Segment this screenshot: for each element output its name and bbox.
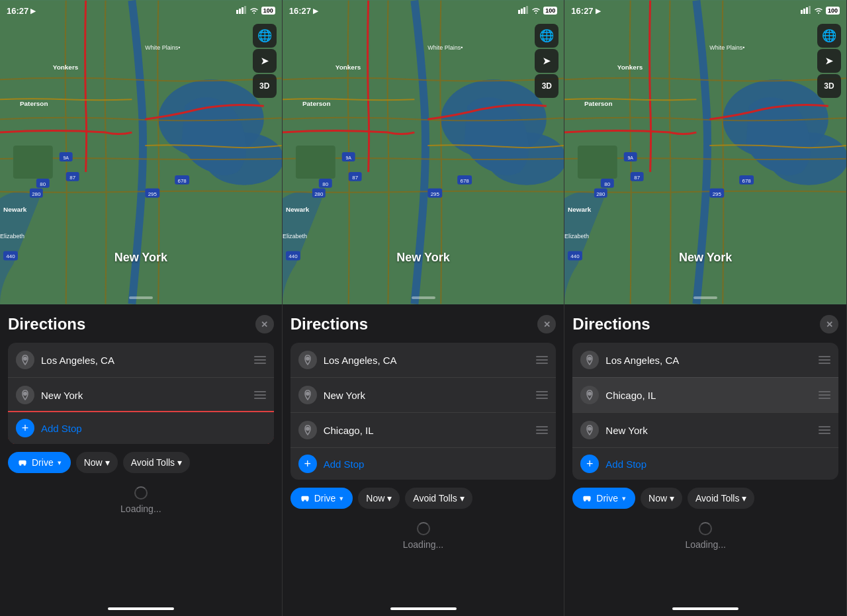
spinner-3 <box>699 522 712 535</box>
city-label-3: New York <box>679 251 732 265</box>
close-button-1[interactable]: ✕ <box>255 315 274 333</box>
svg-text:Newark: Newark <box>3 206 27 213</box>
map-background-3: Paterson Yonkers Newark Elizabeth White … <box>564 0 846 304</box>
drag-handle-map-2 <box>412 296 435 299</box>
tolls-label-2: Avoid Tolls <box>413 493 457 504</box>
globe-button-2[interactable]: 🌐 <box>535 24 558 48</box>
transport-bar-1: Drive ▾ Now ▾ Avoid Tolls ▾ <box>8 452 274 473</box>
status-time-3: 16:27 ▶ <box>571 6 600 16</box>
phone-panel-2: Paterson Yonkers Newark Elizabeth White … <box>283 0 565 616</box>
drag-handle-chi-3[interactable] <box>819 391 830 399</box>
stop-row-ny-1: New York <box>8 377 274 412</box>
globe-button-1[interactable]: 🌐 <box>253 24 277 48</box>
3d-button-2[interactable]: 3D <box>535 74 558 98</box>
svg-text:295: 295 <box>430 191 439 197</box>
drive-chevron-3: ▾ <box>622 494 626 503</box>
city-label-1: New York <box>114 251 167 265</box>
stop-row-la-3: Los Angeles, CA <box>572 343 838 377</box>
add-stop-text-1: Add Stop <box>41 423 82 434</box>
svg-rect-87 <box>803 9 805 14</box>
phone-panel-3: Paterson Yonkers Newark Elizabeth White … <box>564 0 847 616</box>
now-button-1[interactable]: Now ▾ <box>76 452 118 473</box>
location-button-3[interactable]: ➤ <box>817 49 841 73</box>
drag-handle-1 <box>129 296 153 299</box>
drag-handle-la-3[interactable] <box>819 356 830 364</box>
svg-text:280: 280 <box>314 191 324 197</box>
stop-icon-la-2 <box>298 351 317 369</box>
now-chevron-1: ▾ <box>105 457 110 468</box>
stop-icon-la-3 <box>580 351 599 369</box>
svg-rect-88 <box>806 7 808 14</box>
svg-point-93 <box>584 500 586 502</box>
svg-text:Yonkers: Yonkers <box>335 64 361 71</box>
stops-card-3: Los Angeles, CA Chicago, IL New Y <box>572 343 838 480</box>
add-stop-row-1[interactable]: + Add Stop <box>8 411 274 444</box>
now-chevron-2: ▾ <box>387 493 392 504</box>
3d-button-3[interactable]: 3D <box>817 74 841 98</box>
tolls-button-2[interactable]: Avoid Tolls ▾ <box>405 488 472 509</box>
signal-icon-3 <box>801 5 811 17</box>
close-button-3[interactable]: ✕ <box>820 315 838 333</box>
add-stop-icon-2: + <box>298 455 317 473</box>
svg-text:9A: 9A <box>628 155 634 160</box>
sheet-title-3: Directions <box>572 315 650 333</box>
svg-text:9A: 9A <box>345 155 351 160</box>
status-time-2: 16:27 ▶ <box>289 6 318 16</box>
svg-text:440: 440 <box>571 253 580 259</box>
add-stop-row-3[interactable]: + Add Stop <box>572 447 838 480</box>
stop-text-ny-3: New York <box>605 425 812 436</box>
stop-row-ny-3: New York <box>572 412 838 447</box>
svg-text:White Plains•: White Plains• <box>427 44 463 51</box>
drive-button-3[interactable]: Drive ▾ <box>572 488 635 509</box>
drag-handle-la-1[interactable] <box>254 356 266 364</box>
svg-text:Newark: Newark <box>286 206 310 213</box>
home-bar-1 <box>108 607 174 610</box>
drag-handle-ny-1[interactable] <box>254 391 266 399</box>
location-button-1[interactable]: ➤ <box>253 49 277 73</box>
location-button-2[interactable]: ➤ <box>535 49 558 73</box>
drag-handle-la-2[interactable] <box>536 356 548 364</box>
close-button-2[interactable]: ✕ <box>537 315 556 333</box>
drag-handle-chi-2[interactable] <box>536 426 548 434</box>
drive-button-2[interactable]: Drive ▾ <box>290 488 353 509</box>
drive-button-1[interactable]: Drive ▾ <box>8 452 71 473</box>
status-icons-2: 100 <box>518 5 557 17</box>
stop-row-la-2: Los Angeles, CA <box>290 343 557 377</box>
svg-rect-89 <box>809 6 811 14</box>
globe-button-3[interactable]: 🌐 <box>817 24 841 48</box>
svg-rect-66 <box>578 146 617 179</box>
tolls-button-1[interactable]: Avoid Tolls ▾ <box>123 452 190 473</box>
svg-text:280: 280 <box>597 191 606 197</box>
svg-text:White Plains•: White Plains• <box>145 44 180 51</box>
now-button-3[interactable]: Now ▾ <box>641 488 682 509</box>
stops-card-1: Los Angeles, CA New York + Add Stop <box>8 343 274 444</box>
sheet-header-2: Directions ✕ <box>290 315 557 333</box>
home-indicator-3 <box>564 601 846 616</box>
now-label-2: Now <box>366 493 384 504</box>
3d-button-1[interactable]: 3D <box>253 74 277 98</box>
stop-text-chi-3: Chicago, IL <box>605 390 812 401</box>
tolls-button-3[interactable]: Avoid Tolls ▾ <box>688 488 754 509</box>
svg-text:9A: 9A <box>63 155 69 160</box>
drag-handle-ny-2[interactable] <box>536 391 548 399</box>
drag-handle-ny-3[interactable] <box>819 426 830 434</box>
loading-area-3: Loading... <box>572 517 838 552</box>
svg-point-29 <box>19 464 21 466</box>
location-icon-1: ▶ <box>30 7 36 15</box>
tolls-chevron-1: ▾ <box>177 457 182 468</box>
add-stop-row-2[interactable]: + Add Stop <box>290 447 557 480</box>
svg-text:80: 80 <box>605 181 611 187</box>
svg-text:80: 80 <box>322 181 328 187</box>
map-controls-2: 🌐 ➤ 3D <box>535 24 558 98</box>
svg-point-27 <box>23 357 27 361</box>
svg-text:Paterson: Paterson <box>302 100 331 107</box>
svg-text:295: 295 <box>713 191 722 197</box>
status-bar-1: 16:27 ▶ 100 <box>0 0 282 19</box>
wifi-icon-1 <box>249 5 259 17</box>
svg-point-61 <box>302 500 304 502</box>
stop-row-chi-3: Chicago, IL <box>572 377 838 412</box>
sheet-header-3: Directions ✕ <box>572 315 838 333</box>
stop-icon-ny-2 <box>298 386 317 404</box>
now-button-2[interactable]: Now ▾ <box>358 488 400 509</box>
svg-text:Yonkers: Yonkers <box>617 64 643 71</box>
